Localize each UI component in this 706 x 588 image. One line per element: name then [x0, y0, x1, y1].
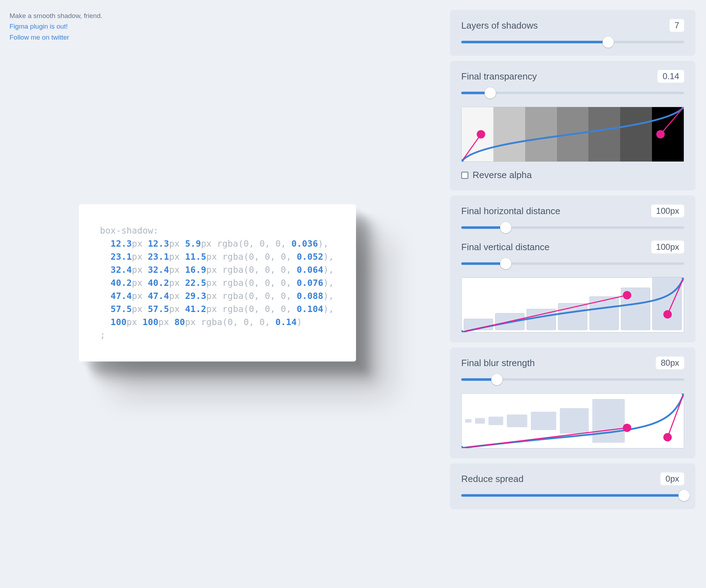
vdist-slider[interactable]	[461, 260, 684, 267]
hdist-label: Final horizontal distance	[461, 206, 560, 217]
blur-easing-graph[interactable]	[461, 393, 684, 448]
svg-point-11	[663, 310, 672, 319]
hdist-slider[interactable]	[461, 224, 684, 231]
panel-spread: Reduce spread 0px	[450, 463, 695, 509]
svg-point-4	[477, 130, 485, 139]
css-code-block: box-shadow: 12.3px 12.3px 5.9px rgba(0, …	[100, 224, 335, 342]
spread-label: Reduce spread	[461, 474, 523, 484]
transparency-label: Final transparency	[461, 71, 537, 82]
svg-line-1	[660, 107, 684, 134]
distance-easing-graph[interactable]	[461, 277, 684, 333]
svg-line-12	[462, 428, 627, 448]
layers-slider[interactable]	[461, 38, 684, 46]
svg-point-8	[462, 330, 464, 332]
svg-line-0	[462, 134, 481, 161]
shadow-preview-card: box-shadow: 12.3px 12.3px 5.9px rgba(0, …	[79, 204, 356, 361]
svg-line-6	[462, 295, 627, 332]
hdist-value: 100px	[651, 205, 684, 217]
svg-point-5	[656, 130, 665, 139]
panel-layers: Layers of shadows 7	[450, 10, 695, 56]
panel-transparency: Final transparency 0.14 Reverse alpha	[450, 61, 695, 190]
panel-blur: Final blur strength 80px	[450, 347, 695, 458]
svg-point-14	[462, 446, 464, 448]
blur-slider[interactable]	[461, 376, 684, 383]
svg-point-10	[623, 291, 631, 300]
transparency-slider[interactable]	[461, 89, 684, 97]
blur-value: 80px	[656, 357, 684, 369]
panel-distance: Final horizontal distance 100px Final ve…	[450, 195, 695, 342]
spread-value: 0px	[660, 472, 684, 485]
layers-label: Layers of shadows	[461, 20, 538, 31]
reverse-alpha-label: Reverse alpha	[473, 170, 532, 181]
vdist-label: Final vertical distance	[461, 242, 550, 253]
svg-point-15	[682, 394, 684, 396]
spread-slider[interactable]	[461, 492, 684, 499]
svg-point-16	[623, 424, 631, 432]
blur-label: Final blur strength	[461, 358, 535, 369]
transparency-easing-graph[interactable]	[461, 107, 684, 162]
transparency-value: 0.14	[658, 70, 684, 83]
svg-point-17	[663, 433, 672, 442]
svg-line-7	[668, 278, 684, 314]
layers-value: 7	[670, 19, 684, 32]
preview-area: box-shadow: 12.3px 12.3px 5.9px rgba(0, …	[0, 0, 447, 588]
reverse-alpha-checkbox[interactable]	[461, 172, 468, 179]
controls-sidebar: Layers of shadows 7 Final transparency 0…	[450, 10, 695, 509]
vdist-value: 100px	[651, 241, 684, 253]
